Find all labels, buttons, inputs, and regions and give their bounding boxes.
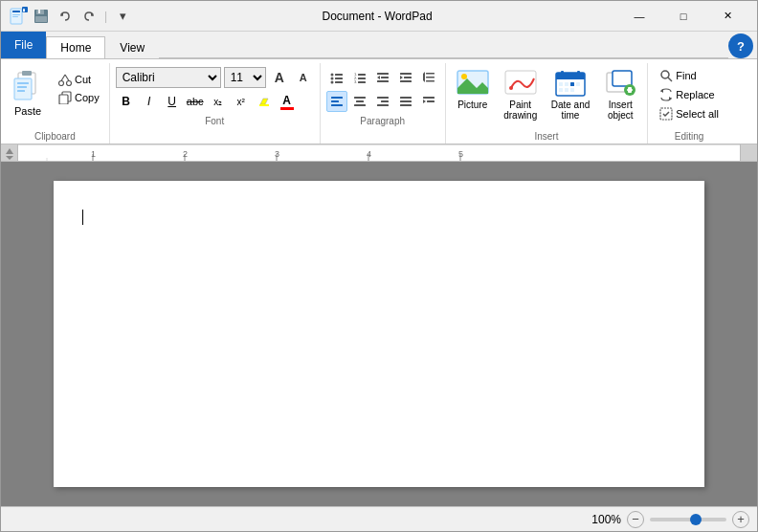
copy-button[interactable]: Copy [55, 89, 103, 106]
ribbon: Paste Cut [1, 58, 757, 144]
cut-icon [58, 73, 72, 86]
zoom-in-button[interactable]: + [732, 511, 749, 528]
svg-rect-37 [381, 77, 389, 78]
paint-button[interactable]: Paint drawing [498, 67, 544, 122]
minimize-button[interactable]: — [617, 1, 661, 32]
status-bar: 100% − + [1, 506, 757, 531]
svg-rect-78 [565, 88, 568, 92]
svg-point-85 [661, 71, 669, 78]
grow-font-button[interactable]: A [269, 67, 290, 88]
bullets-button[interactable] [326, 67, 347, 88]
maximize-button[interactable]: □ [661, 1, 705, 32]
cut-label: Cut [75, 74, 91, 85]
svg-point-28 [330, 81, 333, 84]
justify-button[interactable] [395, 91, 416, 112]
font-color-button[interactable]: A [277, 91, 298, 112]
tab-view[interactable]: View [105, 36, 159, 59]
font-name-select[interactable]: Calibri [116, 67, 221, 88]
align-left-button[interactable] [326, 91, 347, 112]
paragraph-group: 1. 2. 3. [321, 63, 446, 144]
increase-indent-button[interactable] [395, 67, 416, 88]
svg-text:5: 5 [458, 149, 463, 159]
svg-rect-48 [331, 97, 343, 99]
svg-rect-52 [356, 100, 364, 102]
insert-object-icon [603, 69, 637, 100]
datetime-icon [553, 69, 588, 100]
document-area[interactable] [1, 162, 757, 506]
svg-rect-25 [335, 74, 343, 76]
select-all-button[interactable]: Select all [656, 105, 723, 122]
font-size-select[interactable]: 11 [224, 67, 266, 88]
align-right-button[interactable] [372, 91, 393, 112]
document-page[interactable] [54, 181, 704, 487]
svg-rect-51 [354, 97, 366, 99]
svg-rect-56 [377, 104, 389, 106]
paste-button[interactable]: Paste [7, 67, 49, 119]
close-button[interactable]: ✕ [705, 1, 749, 32]
svg-rect-40 [400, 73, 412, 75]
datetime-button[interactable]: Date and time [546, 67, 596, 122]
help-button[interactable]: ? [728, 33, 753, 58]
editing-label: Editing [656, 131, 723, 144]
svg-rect-73 [559, 82, 563, 86]
tab-home[interactable]: Home [46, 36, 105, 59]
svg-point-17 [59, 81, 64, 86]
numbering-button[interactable]: 1. 2. 3. [349, 67, 370, 88]
picture-label: Picture [457, 100, 487, 110]
svg-rect-13 [14, 78, 32, 100]
bold-button[interactable]: B [116, 91, 137, 112]
svg-text:3: 3 [275, 149, 279, 159]
svg-text:3.: 3. [354, 79, 357, 84]
copy-icon [58, 91, 72, 104]
replace-button[interactable]: Replace [656, 86, 723, 103]
redo-button[interactable] [78, 6, 100, 27]
decrease-indent-button[interactable] [372, 67, 393, 88]
insert-group: Picture Paint drawing [446, 63, 649, 144]
save-button[interactable] [31, 6, 52, 27]
strikethrough-button[interactable]: abc [185, 91, 206, 112]
svg-rect-46 [426, 80, 435, 82]
svg-rect-77 [559, 88, 563, 92]
undo-button[interactable] [55, 6, 76, 27]
picture-icon [456, 69, 490, 100]
align-center-button[interactable] [349, 91, 370, 112]
svg-rect-75 [570, 82, 574, 86]
svg-rect-36 [377, 73, 389, 75]
find-button[interactable]: Find [656, 67, 723, 84]
zoom-thumb[interactable] [690, 514, 702, 525]
insert-object-button[interactable]: Insert object [597, 67, 643, 122]
paste-icon [12, 69, 43, 105]
svg-marker-43 [400, 76, 403, 79]
zoom-slider[interactable] [650, 518, 726, 521]
insert-object-label: Insert object [608, 100, 634, 121]
select-all-label: Select all [676, 108, 719, 120]
replace-label: Replace [676, 89, 714, 100]
svg-rect-2 [12, 14, 20, 15]
line-spacing-button[interactable] [418, 67, 439, 88]
svg-rect-57 [400, 97, 412, 99]
text-cursor [82, 210, 83, 225]
svg-point-64 [461, 74, 467, 79]
svg-rect-50 [331, 104, 343, 106]
svg-rect-60 [423, 97, 435, 99]
zoom-out-button[interactable]: − [627, 511, 644, 528]
ruler-indent-icon [5, 146, 14, 160]
superscript-button[interactable]: x² [231, 91, 252, 112]
svg-rect-54 [377, 97, 389, 99]
svg-rect-84 [627, 89, 633, 91]
underline-button[interactable]: U [162, 91, 183, 112]
svg-rect-8 [35, 16, 47, 22]
customize-btn[interactable]: ▾ [112, 6, 133, 27]
cut-button[interactable]: Cut [55, 71, 103, 88]
svg-rect-61 [427, 100, 435, 102]
svg-line-86 [668, 78, 672, 81]
picture-button[interactable]: Picture [450, 67, 496, 112]
highlight-button[interactable] [254, 91, 275, 112]
tab-file[interactable]: File [1, 32, 46, 58]
italic-button[interactable]: I [139, 91, 160, 112]
svg-line-20 [65, 75, 69, 81]
right-to-left-button[interactable] [418, 91, 439, 112]
shrink-font-button[interactable]: A [293, 67, 314, 88]
paint-label: Paint drawing [503, 100, 537, 121]
subscript-button[interactable]: x₂ [208, 91, 229, 112]
